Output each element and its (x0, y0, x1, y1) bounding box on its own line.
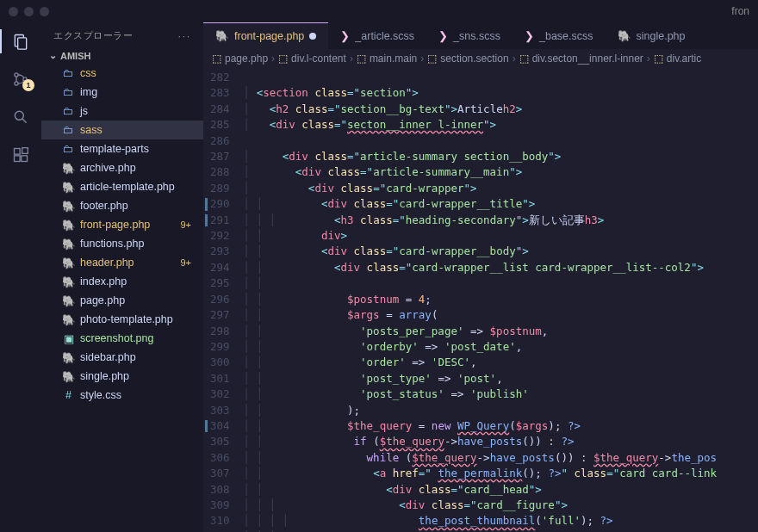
folder-item[interactable]: 🗀img (41, 83, 203, 102)
php-icon: 🐘 (62, 351, 75, 364)
folder-icon: 🗀 (62, 86, 75, 98)
breadcrumb-label: div.artic (667, 53, 701, 65)
editor-tab[interactable]: 🐘single.php (606, 22, 698, 49)
window-controls (9, 7, 49, 16)
breadcrumb-label: div.l-content (291, 53, 346, 65)
breadcrumb-item[interactable]: ⬚div.secton__inner.l-inner (519, 53, 643, 65)
file-item[interactable]: 🐘footer.php (41, 196, 203, 215)
file-item[interactable]: 🐘article-template.php (41, 177, 203, 196)
folder-icon: 🗀 (62, 67, 75, 79)
file-item[interactable]: 🐘header.php9+ (41, 253, 203, 272)
file-item[interactable]: ▣screenshot.png (41, 329, 203, 348)
breadcrumb-item[interactable]: ⬚main.main (357, 53, 417, 65)
line-gutter: 2822832842852862872882892902912922932942… (203, 68, 244, 532)
file-label: functions.php (80, 238, 144, 250)
php-icon: 🐘 (62, 257, 75, 269)
file-item[interactable]: 🐘sidebar.php (41, 348, 203, 367)
file-label: page.php (80, 294, 125, 306)
breadcrumb-label: page.php (225, 53, 268, 65)
sass-icon: ❯ (525, 29, 534, 42)
folder-icon: 🗀 (62, 143, 75, 155)
editor-tab[interactable]: 🐘front-page.php (203, 22, 328, 49)
breadcrumb-label: main.main (370, 53, 417, 65)
breadcrumb-item[interactable]: ⬚div.l-content (278, 53, 346, 65)
editor-tab[interactable]: ❯_base.scss (513, 22, 606, 49)
symbol-icon: ⬚ (519, 53, 529, 65)
file-label: footer.php (80, 200, 128, 212)
folder-item[interactable]: 🗀sass (41, 121, 203, 139)
file-item[interactable]: 🐘front-page.php9+ (41, 215, 203, 234)
file-item[interactable]: 🐘archive.php (41, 158, 203, 177)
php-icon: 🐘 (62, 370, 75, 383)
symbol-icon: ⬚ (278, 53, 288, 65)
window-title: fron (731, 5, 749, 17)
editor-tab[interactable]: ❯_sns.scss (426, 22, 513, 49)
php-icon: 🐘 (618, 29, 631, 42)
folder-item[interactable]: 🗀js (41, 102, 203, 121)
symbol-icon: ⬚ (427, 53, 437, 65)
svg-rect-6 (15, 149, 21, 155)
tab-label: single.php (637, 30, 686, 42)
file-item[interactable]: 🐘page.php (41, 291, 203, 310)
explorer-icon[interactable] (10, 31, 31, 52)
file-item[interactable]: #style.css (41, 386, 203, 405)
explorer-sidebar: エクスプローラー ··· ⌄ AMISH 🗀css🗀img🗀js🗀sass🗀te… (41, 22, 203, 532)
file-label: article-template.php (80, 181, 175, 193)
file-label: index.php (80, 275, 127, 288)
source-control-icon[interactable]: 1 (10, 69, 31, 90)
folder-item[interactable]: 🗀css (41, 64, 203, 83)
file-item[interactable]: 🐘functions.php (41, 234, 203, 253)
file-item[interactable]: 🐘single.php (41, 367, 203, 386)
git-badge: 9+ (180, 220, 195, 230)
php-icon: 🐘 (62, 162, 75, 175)
php-icon: 🐘 (62, 313, 75, 326)
folder-icon: 🗀 (62, 124, 75, 136)
css-icon: # (62, 389, 75, 401)
tab-label: _base.scss (539, 30, 593, 42)
breadcrumb-label: section.section (440, 53, 508, 65)
sidebar-more-icon[interactable]: ··· (178, 31, 191, 41)
svg-point-3 (15, 82, 18, 85)
close-dot[interactable] (9, 7, 18, 16)
tab-label: _article.scss (355, 30, 414, 42)
folder-icon: 🗀 (62, 105, 75, 117)
php-icon: 🐘 (62, 238, 75, 251)
project-header[interactable]: ⌄ AMISH (41, 47, 203, 64)
sidebar-title: エクスプローラー (53, 29, 133, 42)
file-label: sidebar.php (80, 351, 136, 363)
chevron-down-icon: ⌄ (48, 50, 57, 61)
file-label: js (80, 105, 88, 117)
search-icon[interactable] (10, 107, 31, 127)
file-label: archive.php (80, 162, 136, 174)
max-dot[interactable] (40, 7, 49, 16)
min-dot[interactable] (24, 7, 34, 16)
file-item[interactable]: 🐘index.php (41, 272, 203, 291)
editor-tab[interactable]: ❯_article.scss (328, 22, 426, 49)
breadcrumb-item[interactable]: ⬚page.php (212, 53, 268, 65)
svg-rect-7 (15, 156, 21, 162)
php-icon: 🐘 (62, 200, 75, 213)
sass-icon: ❯ (438, 29, 448, 42)
breadcrumb-item[interactable]: ⬚div.artic (654, 53, 701, 65)
file-label: template-parts (80, 143, 149, 155)
php-icon: 🐘 (62, 294, 75, 307)
file-tree: 🗀css🗀img🗀js🗀sass🗀template-parts🐘archive.… (41, 64, 203, 532)
svg-rect-8 (22, 156, 28, 162)
chevron-right-icon: › (513, 53, 516, 65)
folder-item[interactable]: 🗀template-parts (41, 139, 203, 158)
breadcrumbs: ⬚page.php›⬚div.l-content›⬚main.main›⬚sec… (203, 49, 758, 68)
file-item[interactable]: 🐘photo-template.php (41, 310, 203, 329)
extensions-icon[interactable] (10, 145, 31, 165)
editor[interactable]: 2822832842852862872882892902912922932942… (203, 68, 758, 532)
breadcrumb-label: div.secton__inner.l-inner (532, 53, 643, 65)
code-content[interactable]: │ <section class="section"> │ <h2 class=… (244, 68, 718, 532)
editor-tabs: 🐘front-page.php❯_article.scss❯_sns.scss❯… (203, 22, 758, 49)
git-badge: 9+ (180, 257, 195, 268)
sass-icon: ❯ (340, 29, 350, 42)
php-icon: 🐘 (215, 29, 229, 42)
file-label: single.php (80, 370, 129, 382)
file-label: css (80, 67, 96, 79)
breadcrumb-item[interactable]: ⬚section.section (427, 53, 508, 65)
php-icon: 🐘 (62, 275, 75, 288)
svg-rect-9 (22, 148, 28, 154)
